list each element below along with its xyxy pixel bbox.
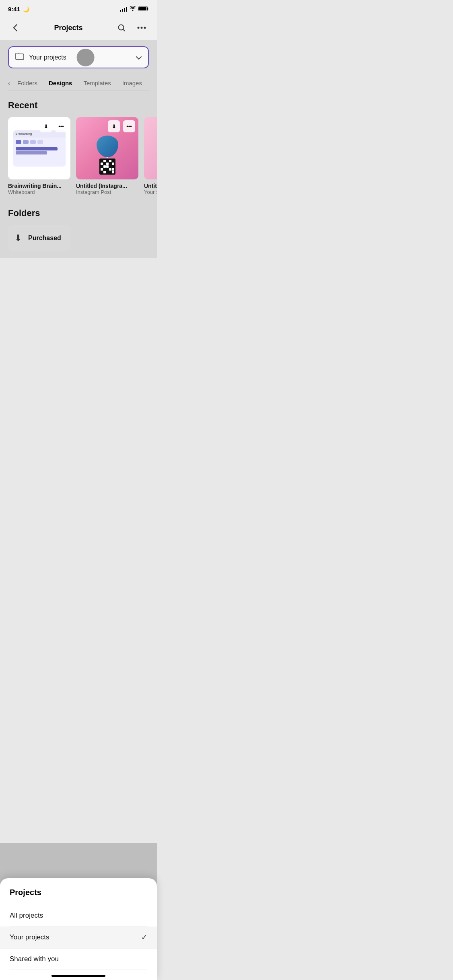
more-btn-instagram[interactable]: ••• [123, 120, 135, 132]
design-thumbnail-brainwriting: Brainwriting ⬇ ••• [8, 117, 70, 179]
folder-card-name: Purchased [28, 235, 61, 242]
design-thumbnail-instagram: ♡ ⬇ ••• [76, 117, 138, 179]
recent-heading: Recent [8, 100, 149, 111]
card-title-partial: Untitl [144, 183, 157, 189]
svg-point-4 [140, 27, 142, 29]
moon-icon: 🌙 [23, 6, 29, 12]
svg-rect-1 [139, 7, 146, 10]
battery-icon [138, 6, 149, 12]
status-bar: 9:41 🌙 [0, 0, 157, 16]
qr-code-graphic [99, 159, 115, 175]
card-actions-instagram: ⬇ ••• [108, 120, 135, 132]
tab-folders[interactable]: Folders [12, 76, 43, 91]
page-title: Projects [54, 24, 82, 32]
page-header: Projects [0, 16, 157, 40]
dropdown-arrow-icon [136, 54, 142, 61]
svg-point-3 [137, 27, 139, 29]
wifi-icon [130, 6, 136, 12]
status-time: 9:41 🌙 [8, 6, 29, 12]
status-icons [120, 6, 149, 12]
more-btn-brainwriting[interactable]: ••• [55, 120, 67, 132]
folders-section: Folders ⬇ Purchased [8, 208, 149, 251]
card-subtitle-partial: Your St [144, 189, 157, 195]
card-title-brainwriting: Brainwriting Brain... [8, 183, 70, 189]
svg-point-5 [144, 27, 146, 29]
card-actions-brainwriting: ⬇ ••• [40, 120, 67, 132]
card-subtitle-brainwriting: Whiteboard [8, 189, 70, 195]
search-button[interactable] [114, 21, 129, 35]
tab-scroll-left[interactable]: ‹ [8, 76, 12, 90]
more-options-button[interactable] [134, 21, 149, 35]
purchased-folder-card[interactable]: ⬇ Purchased [8, 225, 70, 251]
bw-dots-area [13, 138, 66, 146]
design-card-brainwriting[interactable]: Brainwriting ⬇ ••• Brainwriting Brain... [8, 117, 70, 195]
tab-templates[interactable]: Templates [78, 76, 116, 91]
header-actions [114, 21, 149, 35]
tabs-container: ‹ Folders Designs Templates Images [8, 76, 149, 91]
folder-download-icon: ⬇ [14, 233, 22, 243]
card-title-instagram: Untitled (Instagra... [76, 183, 138, 189]
design-card-instagram[interactable]: ♡ ⬇ ••• Untitled (Instagra... Instagram [76, 117, 138, 195]
project-selector[interactable]: Your projects [8, 46, 149, 68]
back-button[interactable] [8, 21, 23, 35]
design-thumbnail-partial [144, 117, 157, 179]
main-content: Your projects ‹ Folders Designs Template… [0, 40, 157, 258]
brainwriting-content: Brainwriting [13, 130, 66, 167]
drag-handle[interactable] [77, 49, 95, 66]
tab-images[interactable]: Images [117, 76, 148, 91]
download-btn-instagram[interactable]: ⬇ [108, 120, 120, 132]
tab-designs[interactable]: Designs [43, 76, 78, 91]
download-btn-brainwriting[interactable]: ⬇ [40, 120, 52, 132]
signal-bars-icon [120, 7, 127, 12]
design-card-partial[interactable]: Untitl Your St [144, 117, 157, 195]
folder-icon [15, 53, 24, 62]
recent-grid: Brainwriting ⬇ ••• Brainwriting Brain... [8, 117, 149, 195]
project-selector-text: Your projects [29, 54, 66, 61]
folders-heading: Folders [8, 208, 149, 218]
project-selector-left: Your projects [15, 53, 66, 62]
card-subtitle-instagram: Instagram Post [76, 189, 138, 195]
